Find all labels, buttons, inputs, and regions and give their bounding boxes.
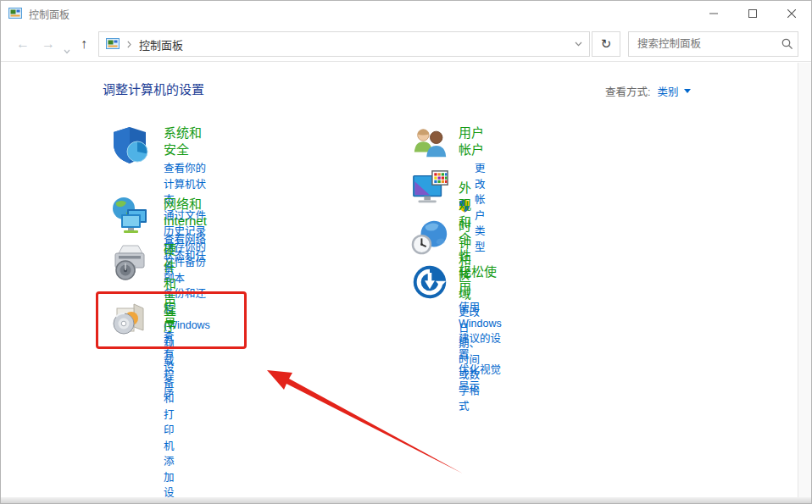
minimize-button[interactable] (694, 1, 733, 26)
page-title: 调整计算机的设置 (103, 80, 204, 97)
software-box-disc-icon[interactable] (109, 301, 150, 341)
recent-pages-chevron-icon[interactable] (64, 42, 70, 58)
close-button[interactable] (772, 1, 811, 26)
globe-monitors-icon[interactable] (109, 196, 150, 236)
back-button[interactable]: ← (16, 36, 30, 53)
window-title: 控制面板 (29, 7, 694, 21)
category-title[interactable]: 程序 (164, 301, 176, 335)
address-bar[interactable]: 控制面板 (98, 31, 590, 57)
category-title[interactable]: 网络和 Internet (164, 196, 207, 230)
titlebar: 控制面板 (1, 1, 811, 26)
breadcrumb-chevron-icon[interactable] (127, 38, 131, 51)
search-icon[interactable] (777, 38, 798, 50)
forward-button[interactable]: → (42, 36, 55, 53)
control-panel-icon (8, 7, 22, 20)
up-button[interactable]: ↑ (81, 36, 87, 53)
link-windows-suggested-settings[interactable]: 使用 Windows 建议的设置 (459, 300, 502, 363)
search-input[interactable] (629, 38, 777, 50)
maximize-button[interactable] (733, 1, 772, 26)
ease-of-access-icon[interactable] (411, 263, 450, 302)
window-controls (694, 1, 811, 26)
two-people-icon[interactable] (411, 125, 450, 163)
view-by-value[interactable]: 类别 (657, 83, 678, 99)
content-area: 调整计算机的设置 查看方式: 类别 系统 (1, 63, 811, 497)
category-programs: 程序 卸载程序 (109, 301, 176, 400)
monitor-palette-icon[interactable] (411, 169, 450, 208)
navigation-toolbar: ← → ↑ 控制面板 ↻ (1, 26, 811, 62)
globe-clock-icon[interactable] (411, 218, 450, 257)
link-optimize-visual-display[interactable]: 优化视觉显示 (459, 363, 502, 394)
category-title[interactable]: 系统和安全 (164, 125, 210, 158)
address-dropdown-chevron-icon[interactable] (567, 32, 589, 56)
view-by-control: 查看方式: 类别 (605, 83, 691, 99)
control-panel-window: 控制面板 ← → ↑ (0, 0, 812, 504)
view-by-label: 查看方式: (605, 83, 650, 99)
link-uninstall-program[interactable]: 卸载程序 (164, 337, 176, 400)
category-title[interactable]: 轻松使用 (459, 263, 502, 297)
printer-speaker-icon[interactable] (109, 241, 150, 282)
scrollbar-track[interactable] (798, 63, 811, 497)
view-by-dropdown-caret-icon[interactable] (684, 89, 691, 93)
category-ease-of-access: 轻松使用 使用 Windows 建议的设置 优化视觉显示 (411, 263, 502, 394)
shield-pie-icon[interactable] (109, 125, 150, 165)
link-add-device[interactable]: 添加设备 (164, 454, 176, 504)
refresh-button[interactable]: ↻ (592, 31, 620, 57)
control-panel-icon (106, 37, 120, 51)
category-title[interactable]: 用户帐户 (459, 125, 486, 158)
search-box (628, 31, 798, 57)
breadcrumb-control-panel[interactable]: 控制面板 (139, 36, 567, 53)
